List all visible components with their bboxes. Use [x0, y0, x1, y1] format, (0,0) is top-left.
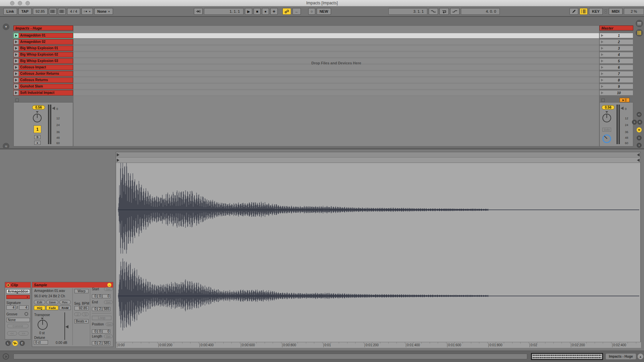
transpose-knob[interactable] [38, 320, 48, 330]
stop-button[interactable]: ■ [254, 8, 261, 15]
follow-button[interactable] [194, 8, 203, 15]
clip-play-button[interactable] [14, 52, 19, 57]
clip-slot[interactable]: Collosus Impact [13, 65, 73, 70]
scene-play-button[interactable] [600, 47, 605, 50]
start-value[interactable]: 0 [98, 294, 102, 298]
clip-slot[interactable]: Big Whisp Explosion 03 [13, 58, 73, 64]
scene-play-button[interactable] [600, 34, 605, 37]
clip-play-button[interactable] [14, 40, 19, 44]
clip-play-button[interactable] [14, 78, 19, 82]
warp-button[interactable]: Warp [74, 289, 89, 293]
clip-stop-button[interactable] [15, 99, 19, 102]
solo-button[interactable]: S [34, 135, 41, 139]
hiq-toggle[interactable]: HiQ [34, 306, 45, 310]
capture-new-scene-button[interactable]: NEW [317, 8, 331, 15]
signature-numerator-field[interactable]: 4 [6, 305, 16, 310]
clip-play-button[interactable] [14, 84, 19, 89]
end-value[interactable]: 2 [98, 307, 102, 311]
session-record-button[interactable]: ○ [308, 8, 315, 15]
master-volume-fader-handle[interactable] [621, 107, 624, 110]
stop-all-clips-button[interactable] [601, 99, 605, 102]
track-delay-toggle[interactable]: D [637, 135, 642, 140]
scene-play-button[interactable] [600, 66, 605, 69]
session-grid-row[interactable] [73, 65, 599, 70]
session-grid-row[interactable] [73, 52, 599, 58]
loop-button[interactable] [439, 8, 449, 15]
play-button[interactable]: ▶ [245, 8, 252, 15]
position-value[interactable]: 0 [92, 329, 97, 334]
clip-name-field[interactable]: Armageddon [6, 289, 30, 294]
follow-arrow-button[interactable]: → [107, 283, 111, 287]
metronome-button[interactable]: ○ ● ▼ [82, 8, 93, 15]
groove-pool-icon[interactable] [24, 312, 28, 316]
clip-slot[interactable]: Collosus Junior Returns [13, 71, 73, 76]
scene-slot[interactable]: 1 [599, 33, 633, 38]
clip-overview-toggle[interactable] [636, 20, 643, 27]
loop-start-marker-icon[interactable] [117, 159, 119, 162]
envelope-box-toggle[interactable]: E [19, 341, 25, 346]
scene-slot[interactable]: 9 [599, 84, 633, 89]
scene-play-button[interactable] [600, 41, 605, 43]
back-to-arrangement-button[interactable] [620, 98, 630, 102]
groove-field[interactable]: None [6, 318, 30, 322]
mixer-section-show-toggle[interactable]: M [637, 127, 642, 132]
clip-play-button[interactable] [14, 90, 19, 95]
master-pan-knob[interactable] [602, 114, 611, 122]
ram-toggle[interactable]: RAM [59, 306, 71, 310]
volume-fader-handle[interactable] [52, 107, 55, 110]
track-activator[interactable]: 1 [34, 125, 41, 133]
loop-toggle[interactable]: Loop [92, 316, 111, 320]
clip-play-button[interactable] [14, 65, 19, 70]
pan-knob[interactable] [33, 114, 42, 122]
nudge-up-button[interactable] [58, 8, 66, 15]
warp-mode-menu[interactable]: Beats ▼ [74, 319, 89, 323]
quantization-menu[interactable]: None ▼ [94, 8, 113, 15]
master-track-header[interactable]: Master [599, 25, 633, 31]
session-grid-row[interactable] [73, 40, 599, 45]
clip-color-chooser[interactable]: ▼ [6, 295, 30, 299]
length-set-button[interactable]: Set [104, 335, 113, 338]
commit-button[interactable]: Commit [7, 324, 29, 328]
session-grid-row[interactable] [73, 46, 599, 51]
half-tempo-button[interactable]: :2 [74, 312, 81, 316]
reverse-button[interactable]: Rev. [59, 300, 71, 304]
clip-slot[interactable]: Armageddon 01 [13, 33, 73, 38]
time-signature-field[interactable]: 4 / 4 [67, 8, 80, 15]
session-grid-row[interactable] [73, 33, 599, 39]
draw-mode-button[interactable] [570, 8, 578, 15]
overdub-button[interactable]: + [270, 8, 278, 15]
clip-slot[interactable]: Soft Industrial Impact [13, 90, 73, 96]
double-tempo-button[interactable]: *2 [82, 312, 89, 316]
scene-play-button[interactable] [600, 60, 605, 62]
fade-toggle[interactable]: Fade [46, 306, 58, 310]
reenable-automation-button[interactable]: ← [292, 8, 301, 15]
loop-start-field[interactable]: 3. 1. 1 [388, 8, 427, 15]
browser-toggle[interactable]: ▼ [3, 23, 9, 30]
scene-slot[interactable]: 2 [599, 39, 633, 45]
length-value[interactable]: 2 [98, 341, 102, 345]
loop-end-marker-icon[interactable] [637, 159, 640, 162]
sends-section-toggle[interactable]: S [632, 120, 637, 125]
nudge-forward-button[interactable]: >> [18, 331, 29, 336]
end-set-button[interactable]: Set [104, 300, 113, 304]
current-clip-chip[interactable]: Impacts - Huge [606, 354, 636, 359]
arrangement-position-field[interactable]: 1. 1. 1 [204, 8, 244, 15]
waveform-display[interactable] [116, 163, 641, 342]
sample-box-toggle[interactable] [12, 341, 18, 346]
scene-slot[interactable]: 3 [599, 46, 633, 51]
position-value[interactable]: 0 [98, 329, 102, 334]
scene-slot[interactable]: 8 [599, 77, 633, 83]
loop-length-field[interactable]: 4. 0. 0 [461, 8, 500, 15]
length-value[interactable]: 585 [102, 341, 110, 345]
tap-tempo-button[interactable]: TAP [18, 8, 32, 15]
scene-play-button[interactable] [600, 72, 605, 75]
signature-denominator-field[interactable]: 4 [19, 305, 29, 310]
track-header[interactable]: Impacts - Huge [13, 25, 73, 31]
master-volume-value[interactable]: 0.56 [602, 105, 614, 110]
scene-play-button[interactable] [600, 53, 605, 56]
scene-slot[interactable]: 4 [599, 52, 633, 57]
sample-overview-strip[interactable] [531, 353, 603, 360]
arm-button[interactable]: ● [34, 141, 41, 145]
scene-slot[interactable]: 5 [599, 58, 633, 64]
cue-volume-knob[interactable] [602, 134, 611, 143]
